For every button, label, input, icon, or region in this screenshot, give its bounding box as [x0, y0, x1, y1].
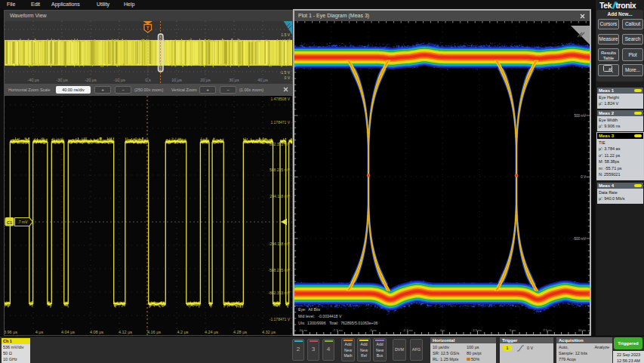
svg-text:-294.118 mV: -294.118 mV: [269, 241, 291, 246]
svg-text:5 ns: 5 ns: [510, 328, 516, 332]
svg-text:-1.5 V: -1.5 V: [280, 70, 291, 75]
svg-text:C1: C1: [7, 220, 12, 225]
svg-text:40 µs: 40 µs: [257, 78, 268, 82]
svg-text:1.478508 V: 1.478508 V: [270, 97, 290, 101]
svg-text:Eye: All Bits: Eye: All Bits: [298, 307, 321, 312]
svg-text:500 mV: 500 mV: [574, 114, 586, 118]
svg-text:0 s: 0 s: [440, 328, 445, 332]
svg-text:20 µs: 20 µs: [200, 78, 211, 82]
svg-text:T: T: [146, 26, 149, 31]
svg-text:-882.353 mV: -882.353 mV: [268, 291, 290, 295]
svg-text:882.353 mV: 882.353 mV: [270, 142, 291, 146]
svg-text:4.04 µs: 4.04 µs: [61, 330, 75, 334]
svg-text:4 µs: 4 µs: [35, 330, 44, 334]
svg-text:30 µs: 30 µs: [229, 78, 239, 82]
svg-text:0 s: 0 s: [145, 78, 151, 82]
svg-text:Tek: Tek: [599, 1, 612, 10]
svg-text:4.24 µs: 4.24 µs: [205, 330, 218, 334]
svg-text:10 ns: 10 ns: [578, 328, 587, 332]
svg-text:-500 mV: -500 mV: [573, 237, 586, 241]
svg-text:1.178471 V: 1.178471 V: [270, 120, 290, 125]
svg-text:-5 ns: -5 ns: [369, 328, 377, 332]
svg-text:2.5 ns: 2.5 ns: [473, 328, 482, 332]
svg-text:-20 µs: -20 µs: [85, 78, 97, 82]
svg-text:-7.5 ns: -7.5 ns: [332, 328, 342, 332]
svg-text:3.96 µs: 3.96 µs: [5, 330, 17, 334]
svg-text:4.32 µs: 4.32 µs: [262, 330, 276, 334]
svg-text:-588.235 mV: -588.235 mV: [268, 268, 290, 272]
svg-text:1.5 V: 1.5 V: [281, 32, 290, 37]
svg-text:4.16 µs: 4.16 µs: [147, 330, 161, 334]
svg-text:4.12 µs: 4.12 µs: [119, 330, 132, 334]
svg-text:0 V: 0 V: [581, 175, 586, 179]
svg-text:4.2 µs: 4.2 µs: [177, 330, 188, 334]
svg-text:4.28 µs: 4.28 µs: [233, 330, 247, 334]
svg-text:10 µs: 10 µs: [171, 78, 182, 82]
svg-text:-10 µs: -10 µs: [113, 78, 125, 82]
svg-text:4.08 µs: 4.08 µs: [90, 330, 103, 334]
svg-text:.7 mV: .7 mV: [17, 220, 28, 224]
svg-text:Mid level: -0.0034418 V: Mid level: -0.0034418 V: [298, 314, 342, 318]
svg-text:294.118 mV: 294.118 mV: [270, 194, 290, 198]
svg-text:-10 ns: -10 ns: [298, 328, 307, 332]
svg-text:-40 µs: -40 µs: [27, 78, 39, 82]
svg-text:-1.178471 V: -1.178471 V: [270, 317, 291, 321]
svg-text:7.5 ns: 7.5 ns: [543, 328, 552, 332]
svg-text:-30 µs: -30 µs: [56, 78, 68, 82]
svg-text:588.235 mV: 588.235 mV: [270, 168, 291, 172]
svg-text:-2.5 ns: -2.5 ns: [402, 328, 412, 332]
svg-text:UIs: 1300/9996 Total: 7628: UIs: 1300/9996 Total: 762895/5.01063e+06: [298, 321, 378, 325]
svg-text:0 V: 0 V: [284, 75, 290, 80]
svg-text:tronix: tronix: [616, 1, 636, 10]
